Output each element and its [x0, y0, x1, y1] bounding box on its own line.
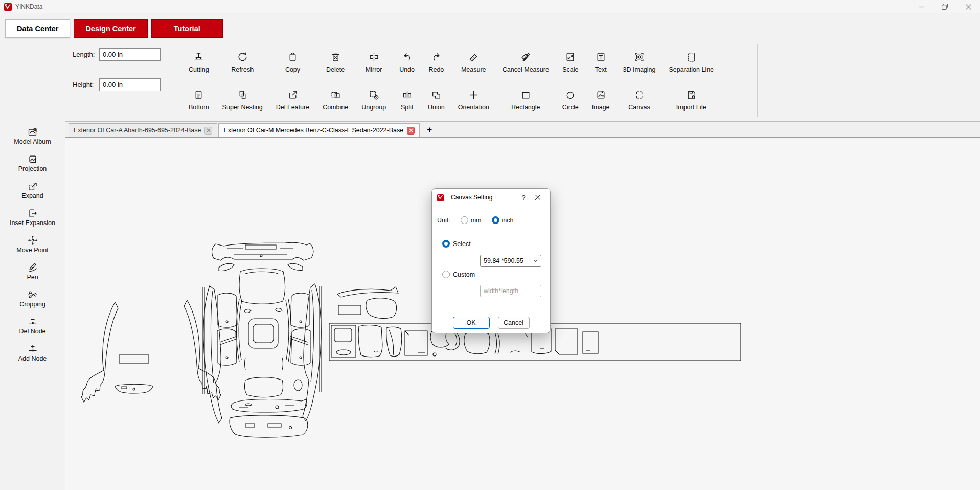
sidebar-item-move-point[interactable]: Move Point [0, 231, 65, 258]
inch-radio[interactable] [492, 216, 499, 224]
dialog-close-button[interactable] [531, 192, 545, 203]
tool-circle[interactable]: Circle [556, 81, 585, 119]
nav-tab-tutorial[interactable]: Tutorial [151, 19, 223, 38]
tool-bottom[interactable]: Bottom [182, 81, 216, 119]
tool-copy[interactable]: Copy [269, 43, 316, 81]
chevron-down-icon [533, 259, 538, 262]
dialog-title: Canvas Setting [451, 194, 516, 201]
del-node-icon [27, 316, 38, 327]
unit-option-mm[interactable]: mm [461, 216, 482, 224]
minimize-button[interactable] [909, 0, 933, 13]
unit-label: Unit: [437, 217, 450, 224]
unit-option-inch[interactable]: inch [492, 216, 514, 224]
sidebar-item-del-node[interactable]: Del Node [0, 312, 65, 339]
sidebar-item-expand[interactable]: Expand [0, 176, 65, 204]
pattern-center-kit[interactable] [203, 242, 321, 437]
tool-text[interactable]: Text [585, 43, 617, 81]
toolbar: Share Color Save Note Length: Height: Cu… [0, 40, 980, 122]
expand-icon [27, 181, 38, 192]
tool-cutting[interactable]: Cutting [182, 43, 216, 81]
window-titlebar[interactable]: YINKData [0, 0, 980, 13]
cancel-button[interactable]: Cancel [498, 317, 530, 329]
tool-union[interactable]: Union [421, 81, 451, 119]
tool-combine[interactable]: Combine [316, 81, 355, 119]
tool-delete[interactable]: Delete [316, 43, 355, 81]
tool-measure[interactable]: Measure [451, 43, 496, 81]
tool-ungroup[interactable]: Ungroup [355, 81, 393, 119]
tool-undo[interactable]: Undo [393, 43, 421, 81]
custom-radio[interactable] [442, 271, 450, 278]
nav-tab-data-center[interactable]: Data Center [5, 19, 70, 38]
tool-mirror[interactable]: Mirror [355, 43, 393, 81]
pattern-mid-pieces[interactable] [337, 287, 398, 318]
close-icon [409, 128, 413, 132]
delete-icon [330, 51, 341, 65]
height-input[interactable] [99, 78, 161, 91]
measure-icon [468, 51, 480, 65]
3d-imaging-icon [633, 51, 645, 65]
sidebar-item-cropping[interactable]: Cropping [0, 285, 65, 312]
union-icon [430, 89, 442, 103]
unit-row: Unit: mm inch [437, 216, 520, 224]
projection-icon [27, 153, 38, 165]
tool-del-feature[interactable]: Del Feature [269, 81, 316, 119]
sidebar-item-add-node[interactable]: Add Node [0, 339, 65, 366]
tool-import-file[interactable]: Import File [663, 81, 721, 119]
rectangle-icon [520, 89, 532, 103]
sidebar-item-inset-expansion[interactable]: Inset Expansion [0, 204, 65, 231]
close-icon [966, 4, 971, 10]
custom-size-input[interactable] [480, 285, 541, 297]
tool-separation-line[interactable]: Separation Line [663, 43, 721, 81]
super-nesting-icon [237, 89, 248, 103]
nav-tab-design-center[interactable]: Design Center [74, 19, 147, 38]
tab-close-button[interactable] [204, 127, 212, 135]
cropping-icon [27, 289, 38, 300]
text-icon [595, 51, 607, 65]
tab-close-button[interactable] [407, 127, 415, 135]
document-tab-mercedes[interactable]: Exterior Of Car-M Mercedes Benz-C-Class-… [218, 123, 420, 137]
image-icon [595, 89, 607, 103]
sidebar-item-projection[interactable]: Projection [0, 149, 65, 176]
cancel-measure-icon [520, 51, 532, 65]
size-dropdown-value: 59.84 *590.55 [484, 257, 533, 264]
sidebar: Model Album Projection Expand Inset Expa… [0, 40, 65, 490]
sidebar-item-pen[interactable]: Pen [0, 258, 65, 285]
tool-refresh[interactable]: Refresh [216, 43, 269, 81]
tool-image[interactable]: Image [585, 81, 617, 119]
ok-button[interactable]: OK [453, 317, 490, 329]
tool-canvas[interactable]: Canvas [617, 81, 663, 119]
mirror-icon [368, 51, 380, 65]
inset-expansion-icon [27, 208, 38, 219]
dialog-titlebar[interactable]: Canvas Setting ? [432, 189, 550, 206]
copy-icon [287, 51, 299, 65]
select-option[interactable]: Select [442, 240, 471, 248]
close-button[interactable] [956, 0, 980, 13]
tool-cancel-measure[interactable]: Cancel Measure [496, 43, 556, 81]
tool-scale[interactable]: Scale [556, 43, 585, 81]
undo-icon [401, 51, 413, 65]
pattern-left-kit[interactable] [81, 300, 221, 402]
tool-3d-imaging[interactable]: 3D Imaging [617, 43, 663, 81]
document-tab-abarth[interactable]: Exterior Of Car-A Abarth-695-695-2024-Ba… [69, 123, 217, 137]
size-dropdown[interactable]: 59.84 *590.55 [480, 255, 541, 267]
dialog-help-button[interactable]: ? [516, 192, 531, 203]
length-input[interactable] [99, 48, 161, 61]
bottom-icon [193, 89, 204, 103]
close-icon [535, 195, 540, 200]
main-nav: Data Center Design Center Tutorial [5, 19, 223, 39]
maximize-button[interactable] [933, 0, 956, 13]
mm-radio[interactable] [461, 216, 468, 224]
custom-option[interactable]: Custom [442, 271, 475, 278]
tool-super-nesting[interactable]: Super Nesting [216, 81, 269, 119]
restore-icon [942, 4, 948, 10]
sidebar-item-model-album[interactable]: Model Album [0, 122, 65, 149]
circle-icon [564, 89, 576, 103]
new-tab-button[interactable]: + [427, 125, 432, 135]
tool-rectangle[interactable]: Rectangle [496, 81, 556, 119]
tool-split[interactable]: Split [393, 81, 421, 119]
app-logo-icon [4, 3, 12, 11]
dialog-logo-icon [437, 194, 444, 201]
select-radio[interactable] [442, 240, 450, 248]
tool-orientation[interactable]: Orientation [451, 81, 496, 119]
tool-redo[interactable]: Redo [421, 43, 451, 81]
